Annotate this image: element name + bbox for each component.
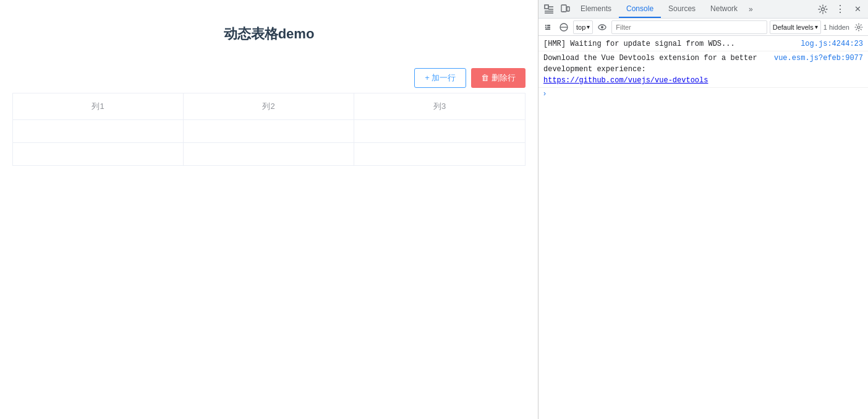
col2-header: 列2: [184, 93, 354, 120]
inspect-element-icon[interactable]: [541, 1, 557, 17]
devtools-settings-button[interactable]: [815, 1, 831, 17]
console-run-icon[interactable]: [541, 20, 555, 34]
cell-row2-col1: [13, 143, 184, 165]
console-line-hmr: [HMR] Waiting for update signal from WDS…: [538, 37, 868, 51]
table-row: [13, 143, 525, 165]
levels-dropdown-icon: ▾: [815, 24, 818, 30]
table-row: [13, 120, 525, 143]
col1-header: 列1: [13, 93, 184, 120]
hmr-source-link[interactable]: log.js:4244:23: [801, 38, 863, 50]
console-line-devtools: Download the Vue Devtools extension for …: [538, 51, 868, 88]
hidden-count-badge: 1 hidden: [823, 24, 849, 31]
delete-row-button[interactable]: 🗑 删除行: [471, 68, 525, 88]
console-toolbar: top ▾ Default levels ▾ 1 hidden: [538, 19, 868, 36]
more-tabs-button[interactable]: »: [745, 2, 757, 16]
svg-point-13: [857, 26, 860, 28]
cell-row1-col2: [184, 120, 354, 142]
log-levels-selector[interactable]: Default levels ▾: [770, 20, 821, 34]
devtools-panel: Elements Console Sources Network » ⋮ ✕: [538, 0, 868, 419]
devtools-tabs-bar: Elements Console Sources Network » ⋮ ✕: [538, 0, 868, 19]
svg-point-8: [822, 7, 825, 11]
col3-header: 列3: [354, 93, 525, 120]
close-devtools-button[interactable]: ✕: [849, 1, 866, 17]
svg-point-7: [563, 11, 564, 11]
tab-console[interactable]: Console: [619, 0, 661, 18]
page-title: 动态表格demo: [224, 25, 315, 43]
app-area: 动态表格demo + 加一行 🗑 删除行 列1 列2 列3: [0, 0, 538, 419]
add-row-button[interactable]: + 加一行: [414, 68, 466, 88]
devtools-message-text: Download the Vue Devtools extension for …: [543, 53, 769, 75]
context-selector[interactable]: top ▾: [573, 20, 593, 34]
svg-rect-5: [561, 5, 566, 12]
console-filter-input[interactable]: [611, 20, 767, 34]
svg-point-12: [601, 26, 603, 28]
devtools-right-icons: ⋮ ✕: [815, 1, 866, 17]
cell-row2-col2: [184, 143, 354, 165]
cell-row1-col1: [13, 120, 184, 142]
hmr-message-text: [HMR] Waiting for update signal from WDS…: [543, 38, 796, 50]
svg-rect-6: [567, 7, 569, 11]
table-header: 列1 列2 列3: [13, 93, 525, 120]
tab-sources[interactable]: Sources: [661, 0, 703, 18]
tab-elements[interactable]: Elements: [573, 0, 619, 18]
tab-network[interactable]: Network: [703, 0, 745, 18]
console-clear-icon[interactable]: [557, 20, 571, 34]
devtools-more-button[interactable]: ⋮: [832, 1, 848, 17]
cell-row2-col3: [354, 143, 525, 165]
console-settings-icon[interactable]: [852, 20, 866, 34]
preserve-log-icon[interactable]: [595, 20, 609, 34]
toolbar: + 加一行 🗑 删除行: [12, 68, 525, 88]
devtools-source-link[interactable]: vue.esm.js?efeb:9077: [774, 53, 863, 75]
data-table: 列1 列2 列3: [12, 93, 525, 166]
context-value: top: [576, 24, 585, 31]
console-expand-arrow[interactable]: ›: [538, 88, 868, 99]
console-output: [HMR] Waiting for update signal from WDS…: [538, 36, 868, 419]
devtools-github-link[interactable]: https://github.com/vuejs/vue-devtools: [543, 76, 708, 85]
cell-row1-col3: [354, 120, 525, 142]
context-dropdown-icon: ▾: [587, 24, 590, 30]
device-toggle-icon[interactable]: [557, 1, 573, 17]
svg-rect-0: [545, 5, 548, 9]
